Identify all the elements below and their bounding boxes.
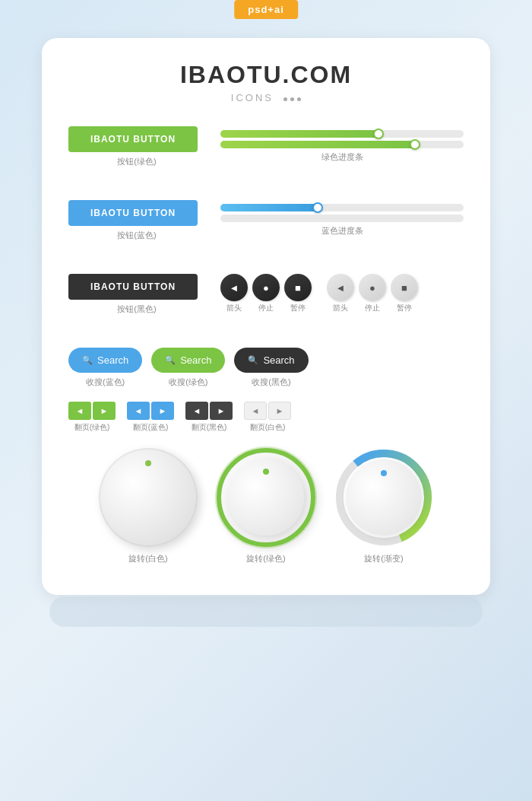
page-green-wrap: ◄ ► 翻页(绿色) — [68, 402, 116, 433]
page-black-label: 翻页(黑色) — [192, 422, 227, 433]
green-progress-thumb[interactable] — [373, 129, 384, 139]
search-icon-black: 🔍 — [248, 355, 258, 365]
page-blue-wrap: ◄ ► 翻页(蓝色) — [127, 402, 174, 433]
knob-green-label: 旋转(绿色) — [246, 553, 285, 564]
blue-button[interactable]: IBAOTU BUTTON — [68, 200, 198, 226]
green-progress-fill — [220, 130, 378, 138]
pagination-section: ◄ ► 翻页(绿色) ◄ ► 翻页(蓝色) ◄ ► — [68, 402, 464, 433]
green-progress-track — [220, 130, 464, 138]
knob-white-wrap: 旋转(白色) — [99, 448, 198, 564]
page-white-wrap: ◄ ► 翻页(白色) — [244, 402, 291, 433]
search-green-desc: 收搜(绿色) — [169, 377, 207, 388]
search-icon-green: 🔍 — [165, 355, 176, 365]
search-blue-label: Search — [97, 354, 128, 366]
black-button-label: 按钮(黑色) — [68, 304, 205, 315]
page-blue-prev[interactable]: ◄ — [127, 402, 150, 420]
search-blue-btn[interactable]: 🔍 Search — [68, 348, 142, 373]
media-active-group: ◄ 箭头 ● 停止 ■ 暂停 — [220, 274, 312, 313]
page-green-next[interactable]: ► — [93, 402, 116, 420]
page-black-prev[interactable]: ◄ — [185, 402, 208, 420]
media-active-prev: ◄ 箭头 — [220, 274, 248, 313]
page-black-wrap: ◄ ► 翻页(黑色) — [185, 402, 233, 433]
page-white-prev[interactable]: ◄ — [244, 402, 267, 420]
media-inactive-pause: ■ 暂停 — [391, 274, 418, 313]
page-black-next[interactable]: ► — [210, 402, 233, 420]
media-active-prev-btn[interactable]: ◄ — [220, 274, 248, 301]
green-button-label: 按钮(绿色) — [68, 156, 205, 167]
media-active-pause: ■ 暂停 — [284, 274, 312, 313]
search-green-wrap: 🔍 Search 收搜(绿色) — [151, 348, 225, 388]
black-button[interactable]: IBAOTU BUTTON — [68, 274, 198, 300]
knobs-section: 旋转(白色) 旋转(绿色) — [68, 448, 464, 564]
search-blue-wrap: 🔍 Search 收搜(蓝色) — [68, 348, 142, 388]
media-stop-label: 停止 — [252, 303, 280, 313]
page-blue-label: 翻页(蓝色) — [133, 422, 169, 433]
media-inactive-stop: ● 停止 — [359, 274, 386, 313]
page-blue-next[interactable]: ► — [151, 402, 174, 420]
search-green-btn[interactable]: 🔍 Search — [151, 348, 225, 373]
blue-progress-label: 蓝色进度条 — [220, 225, 464, 237]
card-shadow — [49, 596, 483, 627]
media-inactive-stop-label: 停止 — [359, 303, 386, 313]
blue-progress-thumb[interactable] — [312, 202, 323, 213]
search-black-wrap: 🔍 Search 收搜(黑色) — [234, 348, 308, 388]
knob-green[interactable] — [217, 448, 315, 547]
blue-progress-track2 — [220, 215, 464, 222]
media-inactive-stop-btn[interactable]: ● — [359, 274, 386, 301]
page-white-next[interactable]: ► — [268, 402, 291, 420]
card-title: IBAOTU.COM — [68, 61, 464, 89]
search-black-desc: 收搜(黑色) — [252, 377, 290, 388]
media-active-pause-btn[interactable]: ■ — [284, 274, 312, 301]
knob-gradient[interactable] — [334, 448, 433, 547]
knob-white-label: 旋转(白色) — [128, 553, 167, 564]
search-green-label: Search — [180, 354, 211, 366]
search-blue-desc: 收搜(蓝色) — [86, 377, 125, 388]
search-section: 🔍 Search 收搜(蓝色) 🔍 Search 收搜(绿色) 🔍 Sea — [68, 348, 464, 388]
green-progress-track2 — [220, 141, 464, 148]
media-prev-label: 箭头 — [220, 303, 248, 313]
search-black-label: Search — [263, 354, 294, 366]
card-subtitle: ICONS — [68, 92, 464, 103]
page-green-prev[interactable]: ◄ — [68, 402, 91, 420]
media-inactive-pause-btn[interactable]: ■ — [391, 274, 418, 301]
media-active-stop-btn[interactable]: ● — [252, 274, 280, 301]
knob-gradient-wrap: 旋转(渐变) — [334, 448, 433, 564]
green-progress-thumb2[interactable] — [410, 139, 420, 150]
page-white-label: 翻页(白色) — [250, 422, 286, 433]
media-active-stop: ● 停止 — [252, 274, 280, 313]
green-button[interactable]: IBAOTU BUTTON — [68, 126, 198, 152]
media-inactive-group: ◄ 箭头 ● 停止 ■ 暂停 — [327, 274, 418, 313]
blue-progress-track — [220, 204, 464, 211]
media-inactive-pause-label: 暂停 — [391, 303, 418, 313]
green-progress-fill2 — [220, 141, 415, 148]
search-black-btn[interactable]: 🔍 Search — [234, 348, 308, 373]
knob-green-wrap: 旋转(绿色) — [217, 448, 315, 564]
blue-progress-fill — [220, 204, 318, 211]
media-pause-label: 暂停 — [284, 303, 312, 313]
blue-button-label: 按钮(蓝色) — [68, 230, 205, 241]
media-inactive-prev-btn[interactable]: ◄ — [327, 274, 354, 301]
search-icon-blue: 🔍 — [82, 355, 93, 365]
media-inactive-prev: ◄ 箭头 — [327, 274, 354, 313]
knob-white[interactable] — [99, 448, 198, 547]
knob-gradient-label: 旋转(渐变) — [364, 553, 403, 564]
media-inactive-prev-label: 箭头 — [327, 303, 354, 313]
main-card: IBAOTU.COM ICONS IBAOTU BUTTON 按钮(绿色) — [42, 38, 490, 595]
green-progress-label: 绿色进度条 — [220, 151, 464, 163]
page-green-label: 翻页(绿色) — [74, 422, 110, 433]
top-badge: psd+ai — [234, 0, 298, 19]
